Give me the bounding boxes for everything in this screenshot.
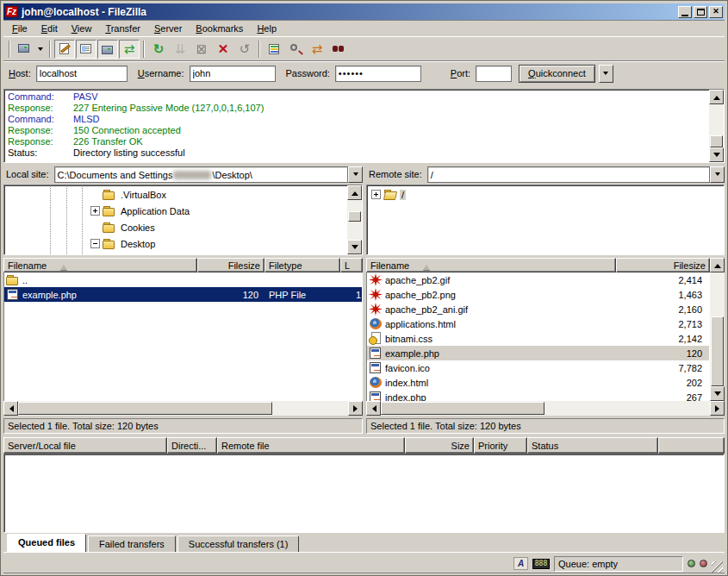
queue-column-direction[interactable]: Directi... bbox=[167, 437, 217, 454]
queue-column-priority[interactable]: Priority bbox=[474, 437, 527, 454]
scrollbar-thumb[interactable] bbox=[18, 402, 272, 415]
menu-file[interactable]: File bbox=[5, 22, 34, 35]
scroll-up-button[interactable] bbox=[347, 185, 362, 200]
menu-transfer[interactable]: Transfer bbox=[98, 22, 147, 35]
username-input[interactable] bbox=[190, 66, 276, 82]
site-manager-button[interactable] bbox=[14, 40, 34, 59]
menu-server[interactable]: Server bbox=[147, 22, 189, 35]
toggle-local-tree-button[interactable] bbox=[76, 40, 96, 59]
quickconnect-dropdown[interactable] bbox=[599, 65, 613, 83]
password-input[interactable] bbox=[335, 66, 421, 82]
scroll-right-button[interactable] bbox=[710, 401, 725, 416]
column-header-filename[interactable]: Filename bbox=[366, 258, 616, 272]
synchronized-browsing-button[interactable]: ⇄ bbox=[307, 40, 327, 59]
tree-item[interactable]: Application Data bbox=[4, 203, 347, 219]
column-header-filesize[interactable]: Filesize bbox=[197, 258, 264, 272]
toggle-remote-tree-button[interactable] bbox=[97, 40, 118, 59]
scroll-right-button[interactable] bbox=[348, 401, 363, 416]
file-row[interactable]: apache_pb2.png1,463 bbox=[367, 287, 709, 302]
file-row[interactable]: apache_pb2_ani.gif2,160 bbox=[367, 302, 709, 316]
tree-item[interactable]: Desktop bbox=[4, 235, 347, 252]
directory-filter-button[interactable] bbox=[264, 40, 284, 59]
remote-horizontal-scrollbar[interactable] bbox=[366, 401, 725, 416]
site-manager-dropdown[interactable] bbox=[35, 40, 46, 59]
local-horizontal-scrollbar[interactable] bbox=[3, 401, 363, 416]
queue-column-local-file[interactable]: Server/Local file bbox=[3, 437, 167, 454]
file-size: 120 bbox=[198, 290, 258, 300]
process-queue-button[interactable]: ⇊ bbox=[170, 40, 190, 59]
username-label: Username: bbox=[138, 68, 184, 78]
file-size: 120 bbox=[623, 348, 709, 359]
disconnect-icon: ✕ bbox=[218, 42, 229, 55]
column-header-filesize[interactable]: Filesize bbox=[616, 258, 710, 272]
tree-item[interactable]: .VirtualBox bbox=[4, 186, 347, 203]
reconnect-button[interactable]: ↺ bbox=[234, 40, 255, 59]
directory-compare-button[interactable] bbox=[285, 40, 306, 59]
remote-path-combo[interactable]: / bbox=[427, 166, 710, 183]
log-vertical-scrollbar[interactable] bbox=[709, 90, 724, 162]
file-row[interactable]: .. bbox=[4, 272, 362, 287]
refresh-button[interactable]: ↻ bbox=[148, 40, 169, 59]
scrollbar-thumb[interactable] bbox=[381, 402, 544, 415]
find-files-button[interactable] bbox=[328, 40, 349, 59]
queue-column-size[interactable]: Size bbox=[405, 437, 474, 454]
queue-list[interactable] bbox=[3, 454, 725, 533]
scroll-left-button[interactable] bbox=[3, 401, 18, 416]
column-header-lastmodified[interactable]: L bbox=[340, 258, 363, 272]
scrollbar-thumb[interactable] bbox=[711, 316, 724, 386]
tree-item-label: Desktop bbox=[119, 239, 157, 249]
close-button[interactable]: ✕ bbox=[709, 6, 723, 18]
file-row[interactable]: index.html202 bbox=[367, 375, 709, 390]
local-tree-scrollbar[interactable] bbox=[347, 185, 362, 254]
column-header-filename[interactable]: Filename bbox=[3, 258, 197, 272]
scroll-up-button[interactable] bbox=[709, 90, 724, 104]
scrollbar-thumb[interactable] bbox=[710, 135, 723, 147]
scrollbar-thumb[interactable] bbox=[348, 211, 361, 222]
expand-icon[interactable] bbox=[90, 206, 100, 216]
collapse-icon[interactable] bbox=[90, 239, 100, 248]
column-header-filetype[interactable]: Filetype bbox=[264, 258, 340, 272]
binoculars-icon bbox=[332, 42, 345, 56]
menu-bookmarks[interactable]: Bookmarks bbox=[189, 22, 250, 35]
scroll-left-button[interactable] bbox=[366, 401, 381, 416]
toggle-queue-button[interactable]: ⇄ bbox=[119, 40, 140, 59]
remote-path-dropdown[interactable] bbox=[710, 166, 725, 183]
resize-grip[interactable] bbox=[712, 561, 723, 573]
remote-vertical-scrollbar[interactable] bbox=[710, 258, 725, 401]
disconnect-button[interactable]: ✕ bbox=[213, 40, 233, 59]
cancel-operation-button[interactable]: ⊠ bbox=[191, 40, 212, 59]
file-row[interactable]: favicon.ico7,782 bbox=[367, 360, 709, 375]
scroll-down-button[interactable] bbox=[347, 240, 362, 254]
file-row[interactable]: index.php267 bbox=[367, 390, 709, 401]
minimize-button[interactable] bbox=[678, 6, 692, 18]
file-row[interactable]: bitnami.css2,142 bbox=[367, 331, 709, 346]
toggle-message-log-button[interactable] bbox=[54, 40, 75, 59]
scroll-down-button[interactable] bbox=[709, 147, 724, 162]
menu-help[interactable]: Help bbox=[250, 22, 283, 35]
title-bar[interactable]: Fz john@localhost - FileZilla ✕ bbox=[3, 3, 725, 20]
quickconnect-button[interactable]: Quickconnect bbox=[519, 65, 595, 83]
file-row-selected[interactable]: example.php120 bbox=[367, 346, 709, 360]
scroll-up-button[interactable] bbox=[710, 258, 725, 272]
port-input[interactable] bbox=[476, 66, 512, 82]
tree-item[interactable]: Cookies bbox=[4, 219, 347, 235]
maximize-button[interactable] bbox=[694, 6, 707, 18]
tab-failed-transfers[interactable]: Failed transfers bbox=[88, 535, 176, 552]
tab-successful-transfers[interactable]: Successful transfers (1) bbox=[177, 535, 300, 552]
file-row[interactable]: apache_pb2.gif2,414 bbox=[367, 272, 709, 287]
tree-item[interactable]: / bbox=[367, 186, 724, 203]
tab-queued-files[interactable]: Queued files bbox=[7, 534, 86, 552]
html-file-icon bbox=[369, 317, 383, 330]
menu-view[interactable]: View bbox=[65, 22, 99, 35]
queue-column-remote-file[interactable]: Remote file bbox=[217, 437, 405, 454]
expand-icon[interactable] bbox=[371, 190, 381, 199]
host-input[interactable] bbox=[36, 66, 128, 82]
local-path-combo[interactable]: C:\Documents and Settings\Desktop\ bbox=[54, 166, 348, 183]
file-row[interactable]: applications.html2,713 bbox=[367, 316, 709, 331]
queue-column-status[interactable]: Status bbox=[527, 437, 658, 454]
file-row-selected[interactable]: example.php 120 PHP File 1 bbox=[4, 287, 362, 302]
local-path-dropdown[interactable] bbox=[348, 166, 363, 183]
sort-ascending-icon bbox=[423, 261, 430, 270]
scroll-down-button[interactable] bbox=[710, 386, 725, 401]
menu-edit[interactable]: Edit bbox=[34, 22, 65, 35]
